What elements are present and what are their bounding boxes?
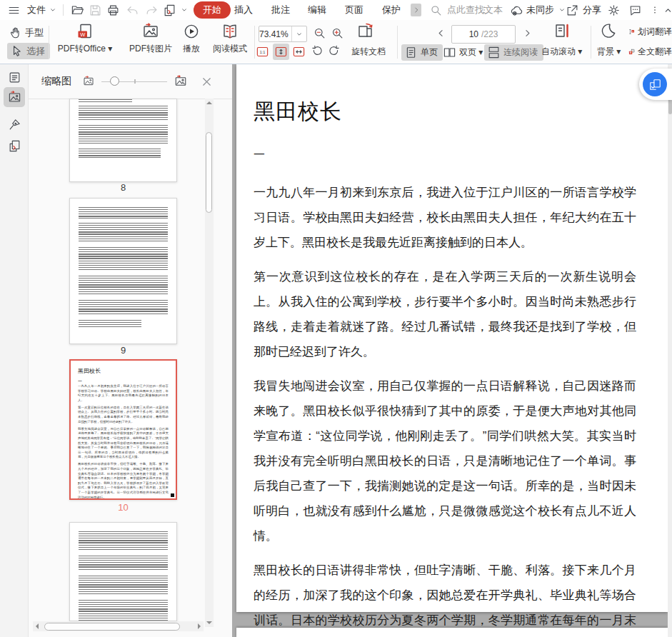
floating-convert-widget[interactable] [639, 69, 672, 100]
tab-start[interactable]: 开始 [194, 0, 231, 20]
rotate-document-button[interactable] [357, 22, 374, 39]
sync-status-button[interactable]: 未同步 [510, 0, 567, 20]
search-options-button[interactable] [479, 0, 489, 20]
document-area: 黑田校长 一 一九九八年一月初来到东京后，我进入位于江户川区的一所语言学校学习日… [232, 64, 672, 637]
save-icon [89, 4, 102, 17]
pdf-to-office-button[interactable]: PDF转Office ▾ [56, 23, 114, 55]
thumbnail-panel-header: 缩略图 [29, 64, 232, 99]
outline-panel-button[interactable] [4, 67, 25, 87]
scroll-left-arrow[interactable] [36, 623, 39, 629]
pdf-to-word-float-button[interactable] [643, 72, 667, 96]
tab-insert[interactable]: 插入 [234, 0, 253, 20]
play-button[interactable]: 播放 [179, 23, 204, 55]
left-rail [0, 64, 29, 637]
auto-scroll-icon-button[interactable] [553, 22, 571, 39]
next-page-button[interactable] [521, 26, 534, 40]
scroll-up-arrow[interactable] [206, 101, 212, 104]
sync-status-label: 未同步 [526, 4, 554, 16]
folder-open-icon [71, 4, 84, 17]
rotate-document-label[interactable]: 旋转文档 [351, 46, 386, 58]
tab-edit[interactable]: 编辑 [308, 0, 326, 20]
thumbnail-panel-button[interactable] [4, 87, 25, 107]
thumbnail-icon [8, 91, 21, 104]
paragraph: 我冒失地闯进会议室，用自己仅掌握的一点日语解释说，自己因迷路而来晚了。黑田校长似… [254, 373, 636, 548]
background-button[interactable]: 背景 ▾ [597, 46, 621, 58]
share-button[interactable]: 分享 [566, 0, 601, 20]
collapse-ribbon-button[interactable] [661, 0, 672, 20]
zoom-level-select[interactable]: 73.41% [259, 26, 307, 42]
pdf-page-10[interactable]: 黑田校长 一 一九九八年一月初来到东京后，我进入位于江户川区的一所语言学校学习日… [236, 64, 668, 612]
more-tabs-button[interactable] [411, 0, 421, 20]
thumbnail-size-slider[interactable] [101, 76, 167, 86]
background-icon-button[interactable] [600, 22, 617, 39]
quick-convert-button[interactable] [163, 0, 176, 20]
zoom-in-button[interactable] [331, 26, 344, 40]
thumbnail-page-8[interactable] [69, 99, 177, 182]
undo-button[interactable] [126, 0, 139, 20]
close-icon [200, 75, 214, 89]
previous-page-button[interactable] [434, 26, 448, 40]
feedback-button[interactable] [628, 0, 642, 20]
select-tool-button[interactable]: 选择 [7, 43, 50, 59]
thumbnail-page-10-selected[interactable]: 黑田校长 一 一九九八年一月初来到东京后，我进入位于江户川区的一所语言学校学习日… [69, 359, 177, 500]
panel-vscroll-thumb[interactable] [206, 132, 212, 213]
tab-protect[interactable]: 保护 [382, 0, 401, 20]
thumbnail-larger-button[interactable] [174, 75, 187, 88]
scroll-down-arrow[interactable] [206, 621, 212, 624]
scroll-right-arrow[interactable] [198, 623, 201, 629]
divider [397, 26, 398, 59]
settings-button[interactable] [607, 0, 621, 20]
fit-width-button[interactable] [292, 45, 306, 59]
paragraph: 一九九八年一月初来到东京后，我进入位于江户川区的一所语言学校学习日语。学校由黑田… [254, 180, 636, 255]
tab-page[interactable]: 页面 [345, 0, 363, 20]
document-vertical-scrollbar[interactable] [668, 64, 672, 637]
search-icon [429, 4, 443, 17]
close-panel-button[interactable] [200, 75, 214, 89]
rotate-left-button[interactable] [310, 45, 324, 59]
chevron-down-icon [48, 5, 58, 15]
cloud-sync-icon [510, 4, 523, 17]
open-file-button[interactable] [71, 0, 84, 20]
file-menu[interactable]: 文件 [27, 0, 58, 20]
word-translate-button[interactable]: 划词翻译 [628, 25, 672, 39]
zoom-out-button[interactable] [313, 26, 326, 40]
panel-hscroll-thumb[interactable] [44, 623, 180, 631]
cursor-icon [10, 44, 24, 58]
hand-tool-button[interactable]: 手型 [9, 26, 44, 39]
full-translate-button[interactable]: 全文翻译 [628, 45, 672, 59]
pdf-to-image-button[interactable]: PDF转图片 [129, 23, 173, 55]
thumbnail-page-9[interactable] [69, 198, 177, 344]
redo-button[interactable] [145, 0, 159, 20]
tab-comment[interactable]: 批注 [271, 0, 290, 20]
annotation-panel-button[interactable] [4, 114, 25, 134]
double-page-button[interactable]: 双页 ▾ [443, 46, 483, 59]
continuous-reading-button[interactable]: 连续阅读 [484, 44, 543, 61]
slider-tick [134, 79, 136, 84]
pdf-to-word-panel-button[interactable] [4, 136, 25, 156]
single-page-icon [404, 46, 418, 59]
thumbnail-smaller-button[interactable] [83, 76, 94, 87]
auto-scroll-button[interactable]: 自动滚动 ▾ [541, 46, 582, 58]
panel-horizontal-scrollbar[interactable] [33, 621, 204, 631]
print-button[interactable] [106, 0, 120, 20]
zoom-in-icon [331, 26, 344, 40]
fit-page-button[interactable] [273, 44, 289, 60]
thumbnail-page-11[interactable] [69, 522, 177, 621]
page-number-input[interactable]: 10/223 [451, 25, 516, 44]
slider-knob[interactable] [110, 76, 119, 86]
selection-handle[interactable] [171, 493, 174, 497]
save-button[interactable] [89, 0, 102, 20]
window-more-button[interactable] [650, 0, 660, 20]
actual-size-button[interactable] [256, 45, 269, 59]
pdf-page-11-top[interactable] [236, 628, 668, 637]
chevron-down-icon [294, 29, 304, 39]
main-menu-button[interactable] [7, 0, 21, 20]
rotate-right-button[interactable] [328, 45, 341, 59]
reading-mode-button[interactable]: 阅读模式 [210, 23, 250, 55]
thumbnail-page-10-number: 10 [69, 502, 177, 513]
search-box[interactable]: 点此查找文本 [429, 0, 503, 20]
divider [591, 26, 591, 59]
single-page-button[interactable]: 单页 [401, 44, 443, 61]
quickbar-more-button[interactable] [179, 0, 189, 20]
panel-vertical-scrollbar[interactable] [205, 99, 214, 627]
